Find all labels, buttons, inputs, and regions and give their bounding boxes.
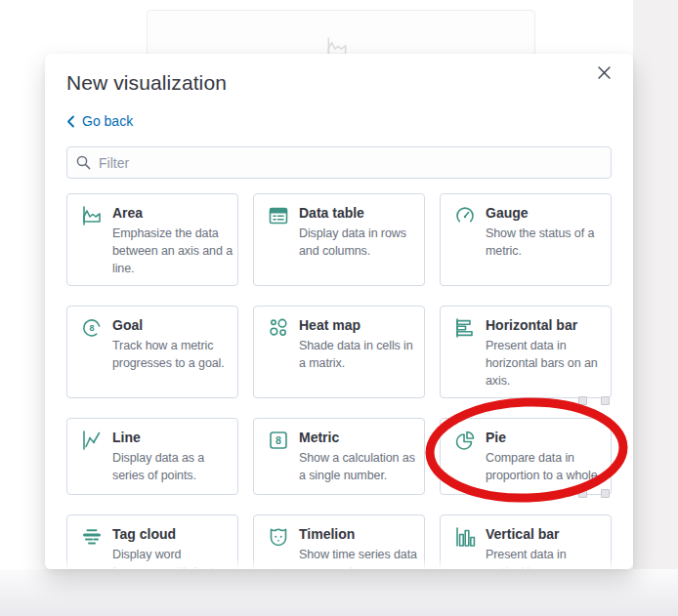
vis-type-grid: Area Emphasize the data between an axis … bbox=[66, 193, 612, 569]
vis-card-title: Timelion bbox=[299, 526, 420, 543]
vis-card-title: Heat map bbox=[299, 317, 420, 334]
vis-card-description: Display data in rows and columns. bbox=[299, 225, 420, 260]
vis-card-pie[interactable]: Pie Compare data in proportion to a whol… bbox=[440, 418, 612, 495]
vis-card-gauge[interactable]: Gauge Show the status of a metric. bbox=[440, 193, 612, 286]
page-background-right bbox=[633, 0, 678, 616]
new-visualization-modal: New visualization Go back Area Emphasiz bbox=[45, 54, 633, 569]
modal-title: New visualization bbox=[66, 71, 227, 95]
gauge-icon bbox=[453, 204, 477, 227]
vis-card-title: Horizontal bar bbox=[486, 317, 607, 334]
vis-card-area[interactable]: Area Emphasize the data between an axis … bbox=[66, 193, 238, 286]
vis-card-description: Show time series data on a graph. bbox=[299, 546, 420, 569]
vis-card-description: Present data in horizontal bars on an ax… bbox=[486, 337, 607, 390]
vis-card-tag-cloud[interactable]: Tag cloud Display word frequency with fo… bbox=[66, 514, 238, 569]
metric-icon bbox=[267, 429, 290, 452]
heat-map-icon bbox=[267, 316, 290, 340]
vis-card-title: Area bbox=[112, 205, 233, 222]
vis-card-metric[interactable]: Metric Show a calculation as a single nu… bbox=[253, 418, 425, 495]
go-back-link[interactable]: Go back bbox=[66, 113, 133, 129]
vis-card-timelion[interactable]: Timelion Show time series data on a grap… bbox=[253, 514, 425, 569]
vertical-bar-icon bbox=[453, 525, 477, 549]
vis-card-title: Tag cloud bbox=[112, 526, 233, 543]
vis-card-description: Track how a metric progresses to a goal. bbox=[112, 337, 233, 372]
vis-card-title: Vertical bar bbox=[486, 526, 607, 543]
vis-card-title: Pie bbox=[486, 430, 607, 446]
page-background-bottom bbox=[0, 569, 678, 616]
timelion-icon bbox=[267, 525, 290, 549]
vis-card-title: Data table bbox=[299, 205, 420, 222]
vis-card-title: Gauge bbox=[486, 205, 607, 222]
horizontal-bar-icon bbox=[453, 316, 477, 340]
filter-field bbox=[66, 146, 612, 179]
vis-card-line[interactable]: Line Display data as a series of points. bbox=[66, 418, 238, 495]
close-icon bbox=[598, 66, 619, 79]
vis-card-description: Show a calculation as a single number. bbox=[299, 449, 420, 484]
line-chart-icon bbox=[80, 429, 104, 452]
data-table-icon bbox=[267, 204, 290, 227]
annotation-handle bbox=[601, 396, 610, 405]
vis-card-description: Display word frequency with font size. bbox=[112, 546, 233, 569]
chevron-left-icon bbox=[66, 115, 75, 128]
vis-card-title: Goal bbox=[112, 317, 233, 334]
annotation-handle bbox=[601, 489, 610, 498]
filter-input[interactable] bbox=[66, 146, 612, 179]
vis-card-description: Show the status of a metric. bbox=[486, 225, 607, 260]
vis-card-data-table[interactable]: Data table Display data in rows and colu… bbox=[253, 193, 425, 286]
vis-card-title: Line bbox=[112, 430, 233, 446]
go-back-label: Go back bbox=[82, 113, 133, 129]
tag-cloud-icon bbox=[80, 525, 104, 549]
vis-card-description: Present data in vertical bars on an axis… bbox=[486, 546, 607, 569]
vis-card-title: Metric bbox=[299, 430, 420, 446]
vis-card-heat-map[interactable]: Heat map Shade data in cells in a matrix… bbox=[253, 306, 425, 398]
vis-card-description: Display data as a series of points. bbox=[112, 449, 233, 484]
close-button[interactable] bbox=[598, 62, 619, 83]
vis-card-goal[interactable]: Goal Track how a metric progresses to a … bbox=[66, 306, 238, 398]
pie-chart-icon bbox=[453, 429, 477, 452]
annotation-handle bbox=[578, 489, 587, 498]
goal-icon bbox=[80, 316, 104, 340]
vis-card-description: Compare data in proportion to a whole. bbox=[486, 449, 607, 484]
vis-card-vertical-bar[interactable]: Vertical bar Present data in vertical ba… bbox=[440, 514, 612, 569]
vis-card-description: Shade data in cells in a matrix. bbox=[299, 337, 420, 372]
vis-card-horizontal-bar[interactable]: Horizontal bar Present data in horizonta… bbox=[440, 306, 612, 398]
annotation-handle bbox=[578, 396, 587, 405]
area-chart-icon bbox=[80, 204, 104, 227]
vis-card-description: Emphasize the data between an axis and a… bbox=[112, 225, 233, 277]
